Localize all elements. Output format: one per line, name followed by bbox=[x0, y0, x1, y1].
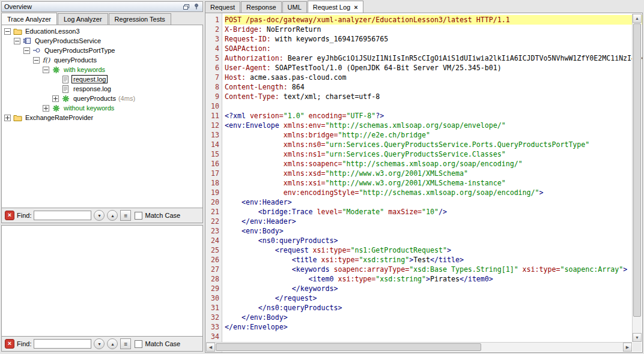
expand-icon[interactable] bbox=[52, 95, 59, 102]
folder-icon bbox=[13, 27, 22, 35]
tree-item-response-log[interactable]: response.log bbox=[2, 84, 202, 94]
tree-item-request-log[interactable]: request.log bbox=[2, 74, 202, 84]
match-case-option[interactable]: Match Case bbox=[135, 340, 180, 348]
tree-item-queryproducts[interactable]: queryProducts(4ms) bbox=[2, 94, 202, 103]
vertical-scroll-thumb[interactable] bbox=[633, 23, 641, 317]
code-line: <env:Envelope xmlns:env="http://schemas.… bbox=[225, 121, 642, 130]
code-line: xmlns:soapenc="http://schemas.xmlsoap.or… bbox=[225, 159, 642, 169]
code-line: </env:Envelope> bbox=[225, 322, 642, 332]
line-number: 14 bbox=[205, 140, 219, 149]
call-icon bbox=[61, 94, 70, 103]
line-number: 23 bbox=[205, 226, 219, 236]
code-line: Content-Type: text/xml; charset=utf-8 bbox=[225, 92, 642, 101]
tab-response[interactable]: Response bbox=[241, 1, 282, 13]
horizontal-scrollbar[interactable]: ◀ ▶ bbox=[206, 342, 632, 352]
pin-panel-icon[interactable] bbox=[193, 4, 200, 10]
scroll-up-icon[interactable]: ▲ bbox=[633, 14, 642, 23]
panel-title: Overview bbox=[4, 3, 32, 10]
line-number: 3 bbox=[205, 34, 219, 44]
line-number: 19 bbox=[205, 188, 219, 197]
duration-label: (4ms) bbox=[118, 95, 135, 102]
tab-request[interactable]: Request bbox=[205, 1, 240, 13]
line-number: 13 bbox=[205, 130, 219, 140]
tree-item-educationlesson3[interactable]: EducationLesson3 bbox=[2, 26, 202, 36]
line-number: 22 bbox=[205, 217, 219, 226]
float-panel-icon[interactable] bbox=[183, 4, 190, 10]
code-line: POST /pas-doc/gateway/xuml-analyzer/Educ… bbox=[225, 15, 642, 25]
match-case-option[interactable]: Match Case bbox=[135, 212, 180, 220]
overview-panel: Overview Trace AnalyzerLog AnalyzerRegre… bbox=[1, 1, 203, 353]
tab-log-analyzer[interactable]: Log Analyzer bbox=[58, 13, 108, 25]
line-number: 31 bbox=[205, 303, 219, 313]
tab-label: Request bbox=[210, 4, 235, 11]
tree-item-queryproducts[interactable]: f()queryProducts bbox=[2, 55, 202, 65]
tree-item-with-keywords[interactable]: with keywords bbox=[2, 65, 202, 74]
code-line: X-Bridge: NoErrorReturn bbox=[225, 25, 642, 34]
analyzer-window: Overview Trace AnalyzerLog AnalyzerRegre… bbox=[0, 0, 644, 354]
line-number: 34 bbox=[205, 332, 219, 341]
testcase-icon bbox=[51, 65, 61, 74]
collapse-icon[interactable] bbox=[14, 38, 20, 44]
tree-item-label: queryProducts bbox=[72, 95, 117, 102]
expand-icon[interactable] bbox=[43, 105, 49, 112]
expand-icon[interactable] bbox=[4, 115, 11, 121]
line-number: 7 bbox=[205, 73, 219, 82]
code-line: <env:Header> bbox=[225, 197, 642, 207]
find-prev-icon[interactable]: ▴ bbox=[107, 338, 118, 349]
code-line: <title xsi:type="xsd:string">Test</title… bbox=[225, 255, 642, 265]
match-case-checkbox[interactable] bbox=[135, 340, 142, 348]
line-number: 17 bbox=[205, 169, 219, 178]
tree-item-exchangerateprovider[interactable]: ExchangeRateProvider bbox=[2, 113, 202, 122]
line-number: 30 bbox=[205, 293, 219, 303]
match-case-checkbox[interactable] bbox=[135, 212, 142, 220]
code-line: Authorization: Bearer eyJhbGciOiJSUzI1Ni… bbox=[225, 53, 642, 63]
line-number: 32 bbox=[205, 313, 219, 322]
find-input[interactable] bbox=[34, 339, 91, 349]
code-line: Request-ID: with keywords_1694176956765 bbox=[225, 34, 642, 44]
horizontal-scroll-thumb[interactable] bbox=[216, 343, 481, 351]
operation-icon: f() bbox=[41, 56, 51, 64]
highlight-all-icon[interactable]: ≡ bbox=[120, 338, 131, 349]
overview-titlebar: Overview bbox=[1, 1, 203, 12]
tree-item-without-keywords[interactable]: without keywords bbox=[2, 103, 202, 113]
line-number: 9 bbox=[205, 92, 219, 101]
scroll-right-icon[interactable]: ▶ bbox=[623, 343, 632, 352]
tree-item-label: ExchangeRateProvider bbox=[24, 114, 94, 121]
tab-regression-tests[interactable]: Regression Tests bbox=[109, 13, 171, 25]
collapse-icon[interactable] bbox=[23, 47, 30, 54]
vertical-scrollbar[interactable]: ▲ ▼ bbox=[632, 14, 642, 342]
find-input[interactable] bbox=[34, 211, 91, 220]
collapse-icon[interactable] bbox=[4, 28, 11, 35]
match-case-label: Match Case bbox=[145, 212, 180, 219]
find-next-icon[interactable]: ▾ bbox=[94, 210, 105, 221]
left-tab-row: Trace AnalyzerLog AnalyzerRegression Tes… bbox=[1, 13, 203, 25]
line-number: 12 bbox=[205, 121, 219, 130]
tab-label: Response bbox=[246, 4, 276, 11]
trace-tree-panel[interactable]: EducationLesson3QueryProductsServiceQuer… bbox=[1, 25, 203, 208]
close-find-icon[interactable]: × bbox=[5, 339, 14, 349]
find-prev-icon[interactable]: ▴ bbox=[107, 210, 118, 221]
code-line: </ns0:queryProducts> bbox=[225, 303, 642, 313]
tree-item-queryproductsporttype[interactable]: QueryProductsPortType bbox=[2, 46, 202, 55]
line-number: 6 bbox=[205, 63, 219, 73]
code-viewer[interactable]: 1234567891011121314151617181920212223242… bbox=[205, 13, 643, 353]
tab-request-log[interactable]: Request Log× bbox=[308, 1, 363, 13]
tab-uml[interactable]: UML bbox=[282, 1, 307, 13]
scroll-left-icon[interactable]: ◀ bbox=[206, 343, 215, 352]
tree-item-label: with keywords bbox=[62, 66, 106, 73]
results-panel[interactable] bbox=[1, 225, 203, 337]
tab-trace-analyzer[interactable]: Trace Analyzer bbox=[1, 13, 57, 25]
collapse-icon[interactable] bbox=[33, 57, 40, 64]
close-tab-icon[interactable]: × bbox=[354, 4, 357, 10]
collapse-icon[interactable] bbox=[43, 67, 49, 73]
scroll-down-icon[interactable]: ▼ bbox=[633, 333, 642, 342]
highlight-all-icon[interactable]: ≡ bbox=[120, 210, 131, 221]
tree-item-queryproductsservice[interactable]: QueryProductsService bbox=[2, 36, 202, 46]
code-editor[interactable]: POST /pas-doc/gateway/xuml-analyzer/Educ… bbox=[222, 13, 642, 352]
close-find-icon[interactable]: × bbox=[5, 211, 14, 220]
find-bar-top: × Find: ▾ ▴ ≡ Match Case bbox=[1, 208, 203, 223]
code-line: Host: acme.saas.pas-cloud.com bbox=[225, 73, 642, 82]
log-icon bbox=[61, 85, 70, 93]
find-next-icon[interactable]: ▾ bbox=[94, 338, 105, 349]
line-number: 18 bbox=[205, 178, 219, 188]
